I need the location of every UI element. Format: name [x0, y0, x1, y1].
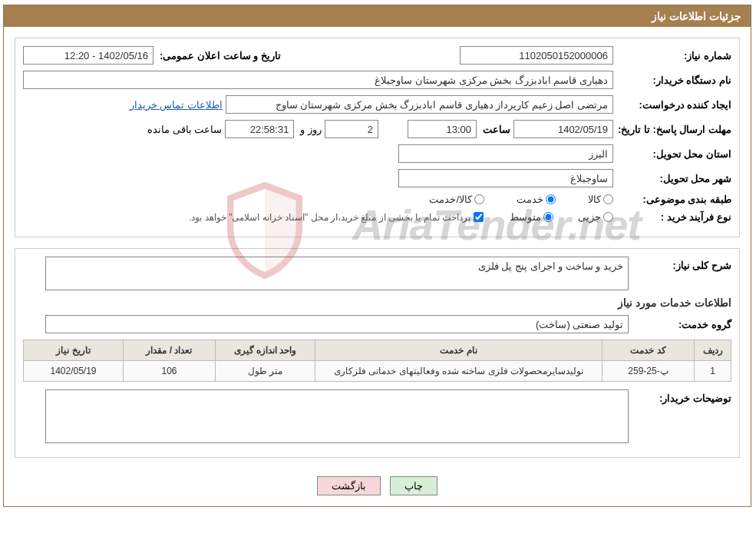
buyer-contact-link[interactable]: اطلاعات تماس خریدار — [130, 99, 223, 111]
page-title-bar: جزئیات اطلاعات نیاز — [4, 5, 751, 27]
table-row: 1 پ-25-259 تولیدسایرمحصولات فلزی ساخته ش… — [24, 361, 731, 382]
category-label: طبقه بندی موضوعی: — [616, 194, 731, 205]
city-field[interactable] — [398, 169, 613, 187]
need-no-label: شماره نیاز: — [616, 50, 731, 61]
cell-qty: 106 — [124, 361, 216, 382]
days-field[interactable] — [325, 120, 378, 138]
buyer-notes-row: توضیحات خریدار: — [23, 389, 731, 443]
province-field[interactable] — [398, 144, 613, 163]
proc-type-label: نوع فرآیند خرید : — [616, 211, 731, 223]
page-title: جزئیات اطلاعات نیاز — [652, 10, 741, 22]
services-section-title: اطلاعات خدمات مورد نیاز — [23, 297, 731, 309]
proc-minor-option[interactable]: جزیی — [578, 211, 613, 223]
proc-medium-option[interactable]: متوسط — [510, 211, 553, 223]
th-unit: واحد اندازه گیری — [216, 340, 315, 361]
service-group-label: گروه خدمت: — [632, 319, 731, 330]
remaining-time-field[interactable] — [225, 120, 294, 138]
info-panel: شماره نیاز: تاریخ و ساعت اعلان عمومی: نا… — [15, 38, 740, 237]
proc-type-radio-group: جزیی متوسط — [510, 211, 613, 223]
deadline-time-field[interactable] — [408, 120, 477, 138]
cell-code: پ-25-259 — [602, 361, 695, 382]
province-label: استان محل تحویل: — [616, 148, 731, 160]
services-panel: شرح کلی نیاز: اطلاعات خدمات مورد نیاز گر… — [15, 248, 740, 458]
back-button[interactable]: بازگشت — [317, 476, 381, 495]
cat-service-radio[interactable] — [546, 194, 556, 204]
remaining-label: ساعت باقی مانده — [144, 124, 222, 135]
buyer-org-row: نام دستگاه خریدار: — [23, 71, 731, 89]
pub-date-label: تاریخ و ساعت اعلان عمومی: — [157, 50, 281, 61]
proc-type-row: نوع فرآیند خرید : جزیی متوسط پرداخت تمام… — [23, 211, 731, 223]
cat-goods-radio[interactable] — [603, 194, 613, 204]
days-and-label: روز و — [297, 124, 322, 135]
time-label: ساعت — [480, 124, 510, 135]
deadline-label: مهلت ارسال پاسخ: تا تاریخ: — [616, 124, 731, 135]
requester-field[interactable] — [226, 95, 613, 114]
print-button[interactable]: چاپ — [390, 476, 437, 495]
payment-note: پرداخت تمام یا بخشی از مبلغ خرید،از محل … — [189, 212, 470, 223]
th-name: نام خدمت — [315, 340, 602, 361]
th-qty: تعداد / مقدار — [124, 340, 216, 361]
main-container: جزئیات اطلاعات نیاز AriaTender.net شماره… — [3, 5, 751, 507]
cat-goods-option[interactable]: کالا — [588, 194, 613, 205]
cat-both-radio[interactable] — [474, 194, 484, 204]
th-code: کد خدمت — [602, 340, 695, 361]
buyer-org-label: نام دستگاه خریدار: — [616, 75, 731, 86]
buyer-org-field[interactable] — [23, 71, 613, 89]
requester-label: ایجاد کننده درخواست: — [616, 99, 731, 111]
cat-both-option[interactable]: کالا/خدمت — [429, 194, 484, 205]
category-radio-group: کالا خدمت کالا/خدمت — [429, 194, 613, 205]
deadline-row: مهلت ارسال پاسخ: تا تاریخ: ساعت روز و سا… — [23, 120, 731, 138]
city-label: شهر محل تحویل: — [616, 173, 731, 184]
need-no-row: شماره نیاز: تاریخ و ساعت اعلان عمومی: — [23, 46, 731, 65]
cell-unit: متر طول — [216, 361, 315, 382]
requester-row: ایجاد کننده درخواست: اطلاعات تماس خریدار — [23, 95, 731, 114]
need-no-field[interactable] — [460, 46, 613, 65]
button-row: چاپ بازگشت — [4, 469, 751, 506]
cell-name: تولیدسایرمحصولات فلزی ساخته شده وفعالیته… — [315, 361, 602, 382]
deadline-date-field[interactable] — [513, 120, 613, 138]
table-header-row: ردیف کد خدمت نام خدمت واحد اندازه گیری ت… — [24, 340, 731, 361]
cell-row: 1 — [695, 361, 731, 382]
service-group-field[interactable] — [45, 315, 629, 333]
th-date: تاریخ نیاز — [24, 340, 124, 361]
need-desc-textarea[interactable] — [45, 257, 629, 290]
th-row: ردیف — [695, 340, 731, 361]
payment-checkbox[interactable] — [474, 212, 484, 222]
service-group-row: گروه خدمت: — [23, 315, 731, 333]
province-row: استان محل تحویل: — [23, 144, 731, 163]
proc-minor-radio[interactable] — [603, 212, 613, 222]
category-row: طبقه بندی موضوعی: کالا خدمت کالا/خدمت — [23, 194, 731, 205]
pub-date-field[interactable] — [23, 46, 154, 65]
city-row: شهر محل تحویل: — [23, 169, 731, 187]
cell-date: 1402/05/19 — [24, 361, 124, 382]
need-desc-label: شرح کلی نیاز: — [632, 257, 731, 271]
buyer-notes-label: توضیحات خریدار: — [632, 389, 731, 404]
proc-medium-radio[interactable] — [543, 212, 553, 222]
need-desc-row: شرح کلی نیاز: — [23, 257, 731, 290]
cat-service-option[interactable]: خدمت — [517, 194, 556, 205]
services-table: ردیف کد خدمت نام خدمت واحد اندازه گیری ت… — [23, 340, 731, 382]
buyer-notes-textarea[interactable] — [45, 389, 629, 443]
